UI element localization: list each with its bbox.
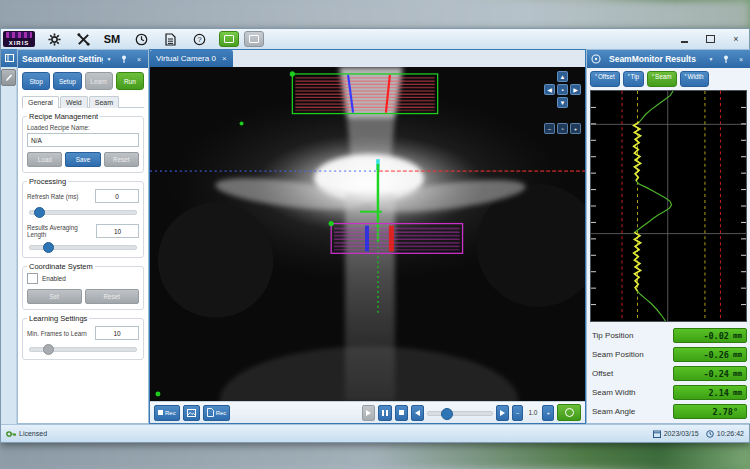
maximize-icon (706, 35, 715, 43)
monitor-screen-icon (249, 35, 259, 43)
pan-center-button[interactable]: ▪ (557, 84, 568, 95)
settings-gear-button[interactable] (44, 30, 64, 48)
speed-up-button[interactable]: + (542, 405, 554, 421)
toggle-seam[interactable]: *Seam (647, 71, 676, 87)
timeline-button[interactable] (131, 30, 151, 48)
result-row: Tip Position -0.02mm (590, 326, 747, 345)
record-data-button[interactable]: Rec (203, 405, 231, 421)
pause-button[interactable] (378, 405, 392, 421)
result-row: Seam Position -0.26mm (590, 345, 747, 364)
annotate-button[interactable] (1, 69, 16, 86)
coordinate-reset-button[interactable]: Reset (85, 289, 140, 304)
step-forward-button[interactable] (496, 405, 509, 421)
maximize-button[interactable] (703, 33, 717, 45)
panel-dropdown-button[interactable]: ▼ (705, 53, 717, 65)
panel-close-button[interactable]: × (133, 53, 145, 65)
slider-thumb[interactable] (34, 207, 45, 218)
slider-track (427, 411, 493, 416)
tab-seam[interactable]: Seam (89, 96, 119, 108)
refresh-rate-input[interactable]: 0 (95, 189, 139, 203)
panel-dock-button[interactable] (1, 49, 17, 67)
toggle-tip[interactable]: *Tip (623, 71, 644, 87)
slider-thumb[interactable] (43, 242, 54, 253)
save-recipe-button[interactable]: Save (65, 152, 100, 167)
status-time: 10:26:42 (717, 430, 744, 437)
play-button[interactable] (362, 405, 375, 421)
min-frames-input[interactable]: 10 (95, 326, 139, 340)
panel-close-button[interactable]: × (735, 53, 747, 65)
live-icon (565, 408, 574, 417)
learn-button[interactable]: Learn (85, 72, 113, 90)
roi-handle-dot[interactable] (329, 221, 334, 226)
camera-tabbar: Virtual Camera 0 × (150, 50, 585, 67)
live-view-button[interactable] (557, 404, 581, 421)
seam-trend-chart[interactable] (590, 90, 747, 322)
pencil-icon (5, 73, 13, 82)
slider-track (29, 210, 137, 215)
frame-position-slider[interactable] (427, 408, 493, 418)
averaging-length-input[interactable]: 10 (96, 224, 139, 238)
status-date: 2023/03/15 (664, 430, 699, 437)
camera-tab-close-icon[interactable]: × (222, 54, 227, 63)
speed-down-button[interactable]: − (512, 405, 524, 421)
group-title: Learning Settings (27, 314, 89, 323)
svg-text:?: ? (197, 35, 201, 44)
run-button[interactable]: Run (116, 72, 144, 90)
recipe-name-input[interactable]: N/A (27, 133, 139, 147)
snapshot-button[interactable] (183, 405, 200, 421)
status-bar: Licensed 2023/03/15 10:26:42 (1, 424, 749, 442)
zoom-in-button[interactable]: + (570, 123, 581, 134)
layout-monitor-inactive-button[interactable] (244, 31, 264, 47)
gauge-icon (590, 53, 602, 65)
tab-weld[interactable]: Weld (60, 96, 88, 108)
stop-playback-button[interactable] (395, 405, 408, 421)
seam-left-edge-marker (365, 226, 369, 252)
trend-chart-canvas (591, 91, 746, 321)
toggle-width[interactable]: *Width (680, 71, 709, 87)
averaging-length-label: Results Averaging Length (27, 224, 96, 238)
pan-left-button[interactable]: ◀ (544, 84, 555, 95)
close-button[interactable]: × (729, 33, 743, 45)
record-video-button[interactable]: Rec (154, 405, 180, 421)
slider-thumb[interactable] (43, 344, 54, 355)
image-icon (187, 409, 196, 417)
toggle-offset[interactable]: *Offset (590, 71, 620, 87)
report-button[interactable] (160, 30, 180, 48)
tab-general[interactable]: General (22, 96, 59, 108)
result-label: Tip Position (590, 331, 634, 340)
seam-monitor-button[interactable]: SM (102, 30, 122, 48)
result-value-badge: -0.26mm (673, 347, 747, 362)
panel-icon (5, 54, 14, 62)
averaging-length-slider[interactable] (29, 242, 137, 251)
zoom-out-button[interactable]: − (544, 123, 555, 134)
reset-recipe-button[interactable]: Reset (104, 152, 139, 167)
group-title: Coordinate System (27, 262, 95, 271)
setup-button[interactable]: Setup (53, 72, 81, 90)
load-recipe-button[interactable]: Load (27, 152, 62, 167)
pan-right-button[interactable]: ▶ (570, 84, 581, 95)
pan-up-button[interactable]: ▲ (557, 71, 568, 82)
pan-down-button[interactable]: ▼ (557, 97, 568, 108)
panel-pin-button[interactable] (720, 53, 732, 65)
stop-button[interactable]: Stop (22, 72, 50, 90)
layout-monitor-active-button[interactable] (219, 31, 239, 47)
coordinate-set-button[interactable]: Set (27, 289, 82, 304)
camera-view[interactable]: ▲ ◀ ▪ ▶ ▼ − ▫ + (150, 67, 585, 401)
refresh-rate-slider[interactable] (29, 207, 137, 216)
panel-pin-button[interactable] (118, 53, 130, 65)
minimize-button[interactable] (677, 33, 691, 45)
tools-button[interactable] (73, 30, 93, 48)
result-label: Seam Position (590, 350, 644, 359)
panel-dropdown-button[interactable]: ▼ (103, 53, 115, 65)
step-back-button[interactable] (411, 405, 424, 421)
result-value-badge: -0.02mm (673, 328, 747, 343)
xiris-logo: XIRIS (3, 31, 35, 47)
slider-thumb[interactable] (441, 408, 453, 420)
help-button[interactable]: ? (189, 30, 209, 48)
enabled-checkbox[interactable] (27, 273, 38, 284)
screenshot-stage: XIRIS SM (0, 0, 750, 469)
min-frames-slider[interactable] (29, 344, 137, 353)
roi-handle-dot[interactable] (290, 71, 295, 76)
zoom-fit-button[interactable]: ▫ (557, 123, 568, 134)
virtual-camera-tab[interactable]: Virtual Camera 0 × (150, 50, 233, 67)
